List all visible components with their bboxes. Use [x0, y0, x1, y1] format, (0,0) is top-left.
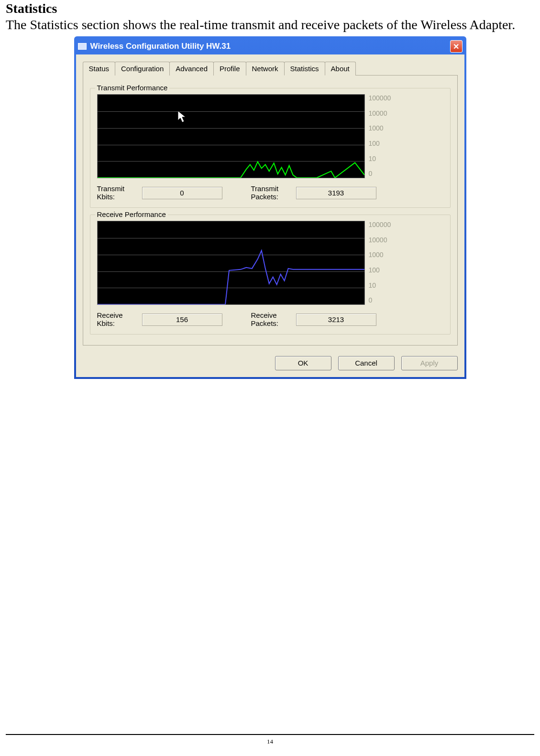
receive-packets-label: Receive Packets:: [251, 312, 292, 327]
group-receive-title: Receive Performance: [95, 210, 168, 218]
ytick: 100000: [369, 94, 391, 102]
ytick: 10: [369, 281, 391, 289]
tab-about[interactable]: About: [325, 62, 356, 76]
titlebar[interactable]: Wireless Configuration Utility HW.31 ✕: [76, 38, 464, 54]
ytick: 0: [369, 170, 391, 177]
receive-kbits-label: Receive Kbits:: [97, 312, 138, 327]
receive-chart: [97, 221, 365, 305]
ytick: 10000: [369, 236, 391, 244]
close-icon: ✕: [453, 42, 459, 51]
dialog-button-row: OK Cancel Apply: [83, 356, 458, 370]
receive-packets-value: 3213: [296, 313, 376, 326]
group-transmit: Transmit Performance: [90, 88, 451, 208]
app-icon: [78, 43, 87, 50]
transmit-packets-value: 3193: [296, 187, 376, 199]
receive-kbits-value: 156: [142, 313, 222, 326]
ytick: 100: [369, 140, 391, 147]
ytick: 10: [369, 155, 391, 162]
ok-button[interactable]: OK: [275, 356, 331, 370]
transmit-packets-label: Transmit Packets:: [251, 185, 292, 201]
tab-statistics[interactable]: Statistics: [284, 62, 325, 76]
cancel-button[interactable]: Cancel: [338, 356, 395, 370]
ytick: 100000: [369, 221, 391, 228]
section-paragraph: The Statistics section shows the real-ti…: [6, 17, 534, 32]
close-button[interactable]: ✕: [450, 40, 463, 53]
group-receive: Receive Performance 100000: [90, 215, 451, 335]
tab-profile[interactable]: Profile: [213, 62, 246, 76]
transmit-chart: [97, 94, 365, 178]
window-title: Wireless Configuration Utility HW.31: [90, 42, 231, 51]
transmit-kbits-label: Transmit Kbits:: [97, 185, 138, 201]
group-transmit-title: Transmit Performance: [95, 84, 170, 92]
page-number: 14: [0, 738, 540, 745]
ytick: 0: [369, 296, 391, 304]
apply-button: Apply: [401, 356, 458, 370]
transmit-kbits-value: 0: [142, 187, 222, 199]
section-heading: Statistics: [6, 1, 534, 16]
dialog-window: Wireless Configuration Utility HW.31 ✕ S…: [74, 36, 466, 379]
transmit-yticks: 100000 10000 1000 100 10 0: [369, 94, 391, 178]
tab-advanced[interactable]: Advanced: [169, 62, 214, 76]
ytick: 1000: [369, 124, 391, 132]
ytick: 100: [369, 266, 391, 274]
tab-network[interactable]: Network: [246, 62, 285, 76]
tab-strip: Status Configuration Advanced Profile Ne…: [83, 61, 458, 76]
tab-configuration[interactable]: Configuration: [115, 62, 170, 76]
tab-status[interactable]: Status: [83, 62, 116, 76]
ytick: 1000: [369, 251, 391, 259]
tab-panel-statistics: Transmit Performance: [83, 76, 458, 346]
receive-line: [98, 221, 364, 304]
transmit-line: [98, 95, 364, 178]
footer-rule: [6, 734, 534, 735]
receive-yticks: 100000 10000 1000 100 10 0: [369, 221, 391, 305]
svg-marker-0: [178, 111, 186, 122]
window-body: Status Configuration Advanced Profile Ne…: [76, 54, 464, 377]
ytick: 10000: [369, 109, 391, 117]
